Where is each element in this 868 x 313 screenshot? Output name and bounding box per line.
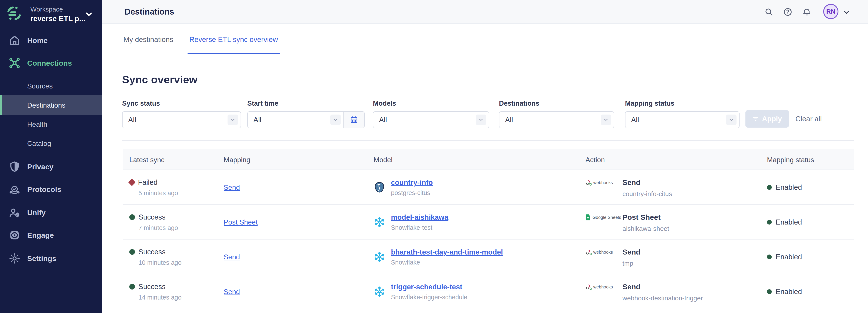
- start-time-select[interactable]: All: [247, 111, 365, 128]
- sidebar-item-label: Catalog: [27, 139, 51, 148]
- action-name: Send: [622, 283, 703, 291]
- google-sheets-logo: Google Sheets: [586, 214, 622, 220]
- section-heading: Sync overview: [122, 73, 197, 86]
- success-status-icon: [129, 214, 135, 220]
- sidebar-item-label: Health: [27, 120, 48, 128]
- avatar-chevron-down-icon[interactable]: [843, 9, 850, 16]
- mapping-link[interactable]: Send: [224, 253, 240, 261]
- sync-overview-section: Sync overview Sync status All Start time…: [102, 55, 868, 313]
- model-source: Snowflake-test: [391, 224, 448, 231]
- sync-status-text: Success: [138, 248, 165, 256]
- postgres-icon: [374, 182, 385, 193]
- tab-reverse-etl-sync-overview[interactable]: Reverse ETL sync overview: [189, 24, 278, 55]
- sidebar-item-sources[interactable]: Sources: [0, 76, 102, 96]
- action-target: tmp: [622, 260, 641, 267]
- mapping-cell: Post Sheet: [224, 205, 258, 240]
- mapping-status-cell: Enabled: [767, 170, 802, 205]
- bell-icon[interactable]: [802, 7, 811, 17]
- workspace-label: Workspace: [30, 6, 63, 13]
- chevron-down-icon: [726, 115, 737, 125]
- workspace-name: reverse ETL p...: [30, 14, 85, 23]
- action-cell: Google Sheets Post Sheet aishikawa-sheet: [586, 205, 669, 240]
- engage-icon: [8, 229, 21, 242]
- sidebar-item-protocols[interactable]: Protocols: [0, 178, 102, 200]
- action-target: aishikawa-sheet: [622, 225, 669, 232]
- apply-button-label: Apply: [762, 115, 782, 123]
- webhooks-logo: webhooks: [586, 284, 622, 290]
- sidebar-item-privacy[interactable]: Privacy: [0, 155, 102, 178]
- mapping-link[interactable]: Send: [224, 183, 240, 191]
- sidebar-item-label: Settings: [27, 254, 56, 263]
- sidebar-item-health[interactable]: Health: [0, 114, 102, 134]
- destination-type-label: webhooks: [593, 180, 613, 185]
- model-cell: bharath-test-day-and-time-model Snowflak…: [374, 240, 503, 274]
- sync-status-text: Success: [138, 283, 165, 291]
- model-source: postgres-citus: [391, 189, 433, 196]
- app-root: Workspace reverse ETL p... Home Connecti…: [0, 0, 868, 313]
- mapping-cell: Send: [224, 274, 240, 309]
- model-link[interactable]: country-info: [391, 179, 433, 187]
- workspace-switcher[interactable]: Workspace reverse ETL p...: [0, 0, 102, 29]
- tab-bar: My destinations Reverse ETL sync overvie…: [102, 24, 868, 55]
- sidebar-item-connections[interactable]: Connections: [0, 52, 102, 74]
- chevron-down-icon: [601, 115, 611, 125]
- filter-label: Destinations: [499, 99, 614, 107]
- latest-sync-cell: Success 7 minutes ago: [129, 205, 178, 240]
- sync-overview-table: Latest sync Mapping Model Action Mapping…: [123, 150, 854, 309]
- filter-sync-status: Sync status All: [122, 99, 241, 128]
- filters-divider: [122, 140, 854, 140]
- mapping-cell: Send: [224, 240, 240, 274]
- filter-destinations: Destinations All: [499, 99, 614, 128]
- destinations-select[interactable]: All: [499, 111, 614, 128]
- sidebar-item-engage[interactable]: Engage: [0, 224, 102, 247]
- sidebar-item-destinations[interactable]: Destinations: [0, 95, 102, 115]
- snowflake-icon: [374, 286, 385, 298]
- avatar[interactable]: RN: [823, 4, 838, 19]
- action-name: Send: [622, 248, 641, 256]
- connections-icon: [8, 57, 21, 69]
- action-cell: webhooks Send webhook-destination-trigge…: [586, 274, 703, 309]
- clear-all-button[interactable]: Clear all: [796, 110, 822, 128]
- calendar-icon[interactable]: [343, 112, 364, 128]
- mapping-link[interactable]: Send: [224, 288, 240, 296]
- sync-time: 5 minutes ago: [138, 190, 178, 197]
- sidebar-item-home[interactable]: Home: [0, 29, 102, 52]
- success-status-icon: [129, 249, 135, 255]
- sidebar-item-unify[interactable]: Unify: [0, 201, 102, 224]
- sidebar-item-settings[interactable]: Settings: [0, 247, 102, 270]
- workspace-chevron-down-icon[interactable]: [84, 9, 93, 19]
- mapping-status-select[interactable]: All: [625, 111, 740, 128]
- model-link[interactable]: model-aishikawa: [391, 213, 448, 221]
- table-row: Success 14 minutes ago Send trigger-sche…: [123, 274, 854, 309]
- sidebar-item-catalog[interactable]: Catalog: [0, 133, 102, 153]
- filter-label: Mapping status: [625, 99, 740, 107]
- action-target: webhook-destination-trigger: [622, 294, 703, 302]
- models-select[interactable]: All: [373, 111, 489, 128]
- action-cell: webhooks Send tmp: [586, 240, 641, 274]
- sync-status-select[interactable]: All: [122, 111, 241, 128]
- model-cell: trigger-schedule-test Snowflake-trigger-…: [374, 274, 467, 309]
- action-name: Post Sheet: [622, 213, 669, 221]
- chevron-down-icon: [227, 115, 238, 125]
- sync-status-text: Failed: [138, 178, 158, 187]
- page-title: Destinations: [125, 7, 174, 17]
- sidebar-item-label: Unify: [27, 209, 45, 217]
- search-icon[interactable]: [764, 7, 774, 17]
- model-link[interactable]: trigger-schedule-test: [391, 283, 467, 291]
- mapping-link[interactable]: Post Sheet: [224, 218, 258, 226]
- tab-my-destinations[interactable]: My destinations: [123, 24, 173, 55]
- table-row: Failed 5 minutes ago Send country-info: [123, 170, 854, 205]
- mapping-status-text: Enabled: [776, 183, 802, 191]
- enabled-dot-icon: [767, 220, 772, 224]
- model-link[interactable]: bharath-test-day-and-time-model: [391, 248, 503, 256]
- filter-icon: [752, 116, 759, 122]
- destination-type-label: Google Sheets: [592, 215, 621, 220]
- action-target: country-info-citus: [622, 190, 672, 197]
- latest-sync-cell: Success 10 minutes ago: [129, 240, 182, 274]
- sidebar-item-label: Sources: [27, 82, 53, 90]
- apply-button[interactable]: Apply: [745, 110, 789, 128]
- col-mapping: Mapping: [224, 156, 250, 164]
- mapping-status-text: Enabled: [776, 288, 802, 296]
- help-icon[interactable]: [783, 7, 793, 17]
- mapping-status-cell: Enabled: [767, 205, 802, 240]
